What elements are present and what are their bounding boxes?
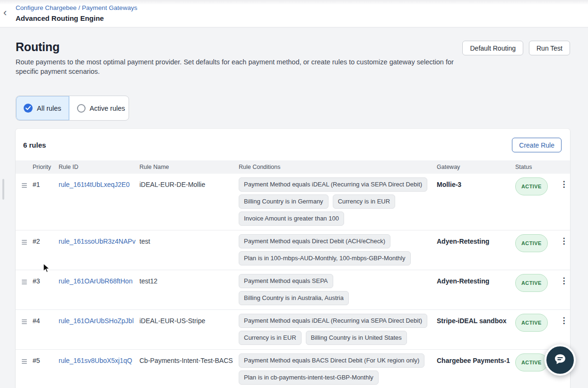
routing-title-block: Routing Route payments to the most optim… — [16, 40, 458, 76]
condition-chip: Invoice Amount is greater than 100 — [239, 212, 344, 226]
rule-gateway: Adyen-Retesting — [437, 234, 515, 248]
condition-chip: Billing Country is in Australia, Austria — [239, 291, 349, 305]
routing-title: Routing — [16, 40, 458, 54]
condition-chip: Payment Method equals BACS Direct Debit … — [239, 353, 424, 368]
rule-name: iDEAL-EUR-DE-Mollie — [139, 177, 239, 192]
default-routing-button[interactable]: Default Routing — [462, 41, 523, 55]
drag-handle-icon[interactable] — [21, 358, 28, 365]
rule-id-link[interactable]: rule_161sv8UboX5xj1qQ — [59, 357, 132, 364]
rule-gateway: Chargebee Payments-1 — [437, 353, 515, 368]
top-bar: ‹ Configure Chargebee / Payment Gateways… — [0, 0, 588, 27]
radio-checked-icon — [24, 104, 33, 113]
rule-name: test12 — [139, 274, 239, 288]
col-rule-name: Rule Name — [139, 164, 239, 170]
col-priority: Priority — [33, 164, 59, 170]
condition-chip: Plan is in cb-payments-intent-test-GBP-M… — [239, 370, 379, 385]
create-rule-button[interactable]: Create Rule — [512, 138, 562, 152]
rule-conditions: Payment Method equals BACS Direct Debit … — [239, 353, 437, 385]
table-row: #2 rule_161ssoUbR3z4NAPv test Payment Me… — [16, 230, 570, 270]
condition-chip: Billing Country is in United States — [306, 331, 407, 345]
condition-chip: Payment Method equals iDEAL (Recurring v… — [239, 314, 427, 328]
status-badge: ACTIVE — [515, 274, 548, 292]
condition-chip: Currency is in EUR — [239, 331, 302, 345]
condition-chip: Plan is in 100-mbps-AUD-Monthly, 100-mbp… — [239, 251, 411, 265]
condition-chip: Currency is in EUR — [333, 194, 396, 209]
rule-priority: #5 — [33, 353, 59, 368]
rule-gateway: Mollie-3 — [437, 177, 515, 192]
col-rule-id: Rule ID — [59, 164, 139, 170]
rule-name: test — [139, 234, 239, 248]
rule-priority: #4 — [33, 314, 59, 328]
drag-handle-icon[interactable] — [21, 318, 28, 325]
table-row: #1 rule_161t4tUbLxeqJ2E0 iDEAL-EUR-DE-Mo… — [16, 174, 570, 230]
chat-bubble-icon — [553, 352, 567, 368]
rule-id-link[interactable]: rule_161OArUbR68ftHon — [59, 277, 132, 285]
rule-gateway: Adyen-Retesting — [437, 274, 515, 288]
table-header: Priority Rule ID Rule Name Rule Conditio… — [16, 160, 570, 174]
filter-active-rules[interactable]: Active rules — [69, 96, 129, 120]
rule-id-link[interactable]: rule_161t4tUbLxeqJ2E0 — [59, 181, 130, 188]
filter-active-rules-label: Active rules — [90, 105, 125, 112]
col-gateway: Gateway — [437, 164, 515, 170]
routing-header: Routing Route payments to the most optim… — [16, 40, 570, 76]
rule-priority: #3 — [33, 274, 59, 288]
status-badge: ACTIVE — [515, 314, 548, 332]
filter-all-rules[interactable]: All rules — [16, 96, 69, 120]
drag-handle-icon[interactable] — [21, 279, 28, 285]
breadcrumb[interactable]: Configure Chargebee / Payment Gateways — [16, 4, 137, 11]
row-menu-icon[interactable]: ⋮ — [558, 314, 570, 328]
col-status: Status — [515, 164, 558, 170]
status-badge: ACTIVE — [515, 234, 548, 252]
routing-actions: Default Routing Run Test — [462, 41, 570, 55]
rule-conditions: Payment Method equals Direct Debit (ACH/… — [239, 234, 437, 265]
page-title: Advanced Routing Engine — [16, 14, 104, 22]
rule-id-link[interactable]: rule_161OArUbSHoZpJbl — [59, 317, 134, 325]
routing-description: Route payments to the most optimal payme… — [16, 57, 458, 76]
main-content: Routing Route payments to the most optim… — [0, 27, 588, 388]
rule-name: iDEAL-EUR-US-Stripe — [139, 314, 239, 328]
rule-conditions: Payment Method equals SEPA Billing Count… — [239, 274, 437, 305]
table-row: #3 rule_161OArUbR68ftHon test12 Payment … — [16, 270, 570, 310]
condition-chip: Billing Country is in Germany — [239, 194, 329, 209]
chat-launcher-button[interactable] — [545, 344, 576, 376]
run-test-button[interactable]: Run Test — [529, 41, 570, 55]
col-rule-conditions: Rule Conditions — [239, 164, 437, 170]
rule-priority: #2 — [33, 234, 59, 248]
status-badge: ACTIVE — [515, 353, 548, 371]
drag-handle-icon[interactable] — [21, 182, 28, 189]
rules-count: 6 rules — [23, 141, 46, 149]
rule-gateway: Stripe-iDEAL sandbox — [437, 314, 515, 328]
rules-card: 6 rules Create Rule Priority Rule ID Rul… — [16, 129, 570, 388]
rule-name: Cb-Payments-Intent-Test-BACS — [139, 353, 239, 368]
status-badge: ACTIVE — [515, 177, 548, 195]
row-menu-icon[interactable]: ⋮ — [558, 234, 570, 248]
row-menu-icon[interactable]: ⋮ — [558, 274, 570, 288]
left-scrollbar[interactable] — [2, 179, 4, 200]
filter-all-rules-label: All rules — [37, 105, 61, 112]
condition-chip: Payment Method equals iDEAL (Recurring v… — [239, 177, 427, 192]
back-icon[interactable]: ‹ — [3, 8, 7, 18]
condition-chip: Payment Method equals Direct Debit (ACH/… — [239, 234, 390, 248]
drag-handle-icon[interactable] — [21, 239, 28, 246]
rule-conditions: Payment Method equals iDEAL (Recurring v… — [239, 314, 437, 345]
row-menu-icon[interactable]: ⋮ — [558, 177, 570, 192]
radio-unchecked-icon — [77, 104, 86, 113]
table-row: #4 rule_161OArUbSHoZpJbl iDEAL-EUR-US-St… — [16, 310, 570, 350]
rule-id-link[interactable]: rule_161ssoUbR3z4NAPv — [59, 238, 136, 245]
rules-card-header: 6 rules Create Rule — [16, 129, 570, 160]
condition-chip: Payment Method equals SEPA — [239, 274, 333, 288]
rule-conditions: Payment Method equals iDEAL (Recurring v… — [239, 177, 437, 226]
table-row: #5 rule_161sv8UboX5xj1qQ Cb-Payments-Int… — [16, 350, 570, 388]
rule-priority: #1 — [33, 177, 59, 192]
rules-filter-segmented-control: All rules Active rules — [16, 96, 129, 121]
